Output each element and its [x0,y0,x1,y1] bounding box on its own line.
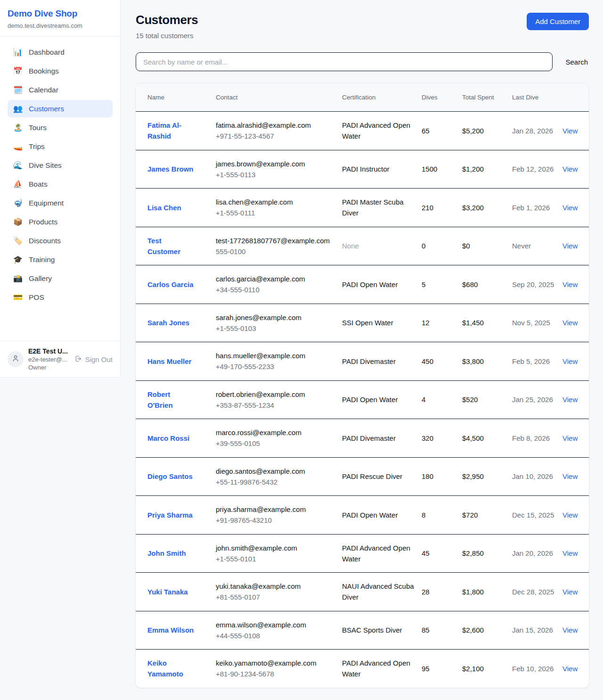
sidebar-item-label: Bookings [29,67,59,75]
sign-out-label: Sign Out [85,355,113,363]
customer-total-spent: $4,500 [462,433,505,444]
customer-name-link[interactable]: Hans Mueller [147,357,191,365]
customer-name-link[interactable]: Lisa Chen [147,204,181,212]
customer-phone: +1-555-0113 [216,169,334,180]
boats-icon: ⛵ [13,180,23,189]
table-row: Hans Mueller hans.mueller@example.com +4… [136,342,589,381]
view-customer-link[interactable]: View [562,204,578,212]
customer-name-link[interactable]: Diego Santos [147,472,193,480]
customer-dives: 210 [422,202,455,213]
gallery-icon: 📸 [13,274,23,283]
bookings-icon: 📅 [13,66,23,75]
customer-count: 15 total customers [136,32,198,40]
customer-name-link[interactable]: Carlos Garcia [147,280,194,288]
sidebar-item-gallery[interactable]: 📸 Gallery [8,270,113,287]
customer-phone: +81-555-0107 [216,592,334,602]
sidebar-item-label: Discounts [29,237,61,245]
search-button[interactable]: Search [564,56,589,68]
customer-dives: 4 [422,394,455,405]
customer-total-spent: $1,450 [462,317,505,328]
search-input[interactable] [136,52,553,71]
products-icon: 📦 [13,217,23,226]
sidebar-item-pos[interactable]: 💳 POS [8,288,113,306]
customer-email: priya.sharma@example.com [216,504,334,515]
customer-last-dive: Jan 25, 2026 [512,394,555,405]
sidebar-item-customers[interactable]: 👥 Customers [8,100,113,117]
view-customer-link[interactable]: View [562,588,578,596]
customer-last-dive: Jan 15, 2026 [512,625,555,635]
column-header-contact: Contact [216,94,334,101]
customer-last-dive: Feb 10, 2026 [512,663,555,674]
customer-name-link[interactable]: James Brown [147,165,194,173]
customer-phone: +91-98765-43210 [216,515,334,526]
sidebar-item-tours[interactable]: 🏝️ Tours [8,119,113,136]
customer-name-link[interactable]: Marco Rossi [147,434,189,442]
customer-name-link[interactable]: Keiko Yamamoto [147,659,183,678]
table-row: Diego Santos diego.santos@example.com +5… [136,458,589,496]
user-footer: E2E Test U... e2e-tester@... Owner Sign … [0,341,120,377]
view-customer-link[interactable]: View [562,549,578,557]
brand-name[interactable]: Demo Dive Shop [8,8,113,19]
customer-last-dive: Never [512,240,555,251]
customer-phone: +55-11-99876-5432 [216,477,334,487]
customer-certification: None [342,240,414,251]
customer-certification: SSI Open Water [342,317,414,328]
view-customer-link[interactable]: View [562,511,578,519]
customer-certification: PADI Divemaster [342,356,414,367]
sidebar-item-products[interactable]: 📦 Products [8,213,113,231]
view-customer-link[interactable]: View [562,242,578,250]
view-customer-link[interactable]: View [562,665,578,673]
customer-name-link[interactable]: Priya Sharma [147,511,193,519]
sidebar-item-training[interactable]: 🎓 Training [8,251,113,268]
view-customer-link[interactable]: View [562,319,578,327]
view-customer-link[interactable]: View [562,472,578,480]
sidebar-item-bookings[interactable]: 📅 Bookings [8,62,113,80]
view-customer-link[interactable]: View [562,127,578,135]
customer-email: marco.rossi@example.com [216,427,334,438]
customer-dives: 85 [422,625,455,635]
customer-name-link[interactable]: John Smith [147,549,186,557]
customer-name-link[interactable]: Yuki Tanaka [147,588,188,596]
customers-table-card: Name Contact Certification Dives Total S… [136,83,589,688]
sidebar-item-trips[interactable]: 🚤 Trips [8,138,113,155]
customer-certification: PADI Advanced Open Water [342,120,414,142]
sidebar-item-boats[interactable]: ⛵ Boats [8,175,113,193]
sidebar-item-dashboard[interactable]: 📊 Dashboard [8,43,113,61]
customer-certification: PADI Instructor [342,164,414,174]
sign-out-button[interactable]: Sign Out [74,355,113,364]
dashboard-icon: 📊 [13,48,23,57]
customer-total-spent: $1,800 [462,586,505,597]
customer-email: fatima.alrashid@example.com [216,120,334,131]
table-row: Marco Rossi marco.rossi@example.com +39-… [136,419,589,458]
sidebar-item-label: Equipment [29,199,64,207]
tours-icon: 🏝️ [13,123,23,132]
customer-total-spent: $2,850 [462,548,505,559]
customer-name-link[interactable]: Emma Wilson [147,626,194,634]
customer-certification: BSAC Sports Diver [342,625,414,635]
view-customer-link[interactable]: View [562,165,578,173]
view-customer-link[interactable]: View [562,626,578,634]
customer-certification: PADI Open Water [342,394,414,405]
view-customer-link[interactable]: View [562,395,578,404]
page-title: Customers [136,13,198,27]
column-header-certification: Certification [342,94,414,101]
customer-name-link[interactable]: Fatima Al-Rashid [147,121,181,140]
sidebar-item-discounts[interactable]: 🏷️ Discounts [8,232,113,249]
customer-dives: 450 [422,356,455,367]
view-customer-link[interactable]: View [562,434,578,442]
sidebar-item-dive-sites[interactable]: 🌊 Dive Sites [8,156,113,174]
customer-name-link[interactable]: Sarah Jones [147,319,189,327]
discounts-icon: 🏷️ [13,236,23,245]
customer-certification: PADI Open Water [342,510,414,520]
customer-name-link[interactable]: Robert O'Brien [147,390,173,409]
sidebar-item-label: Dashboard [29,48,65,57]
customer-name-link[interactable]: Test Customer [147,237,180,255]
customer-email: keiko.yamamoto@example.com [216,658,334,668]
avatar [8,351,24,367]
view-customer-link[interactable]: View [562,357,578,365]
view-customer-link[interactable]: View [562,280,578,288]
customer-phone: +39-555-0105 [216,438,334,449]
sidebar-item-calendar[interactable]: 🗓️ Calendar [8,81,113,99]
sidebar-item-equipment[interactable]: 🤿 Equipment [8,194,113,212]
add-customer-button[interactable]: Add Customer [527,13,589,30]
